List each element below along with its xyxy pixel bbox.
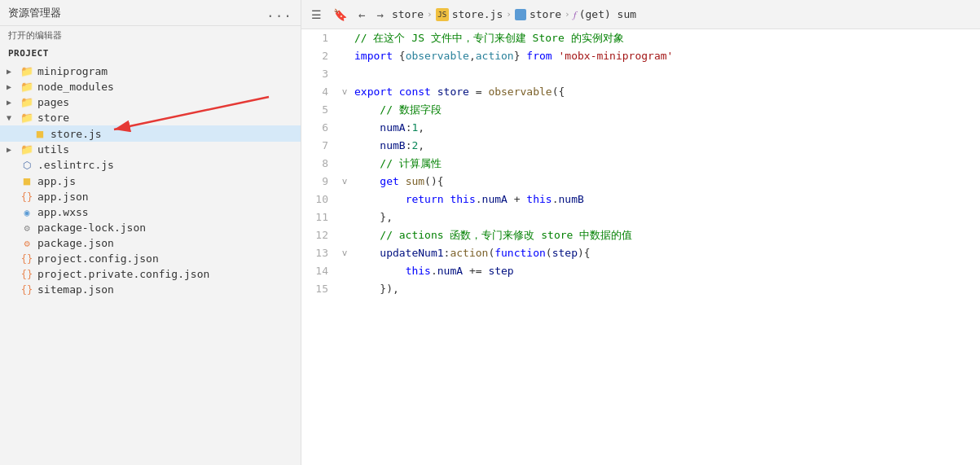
item-label: node_modules <box>34 81 114 93</box>
folder-icon: 📁 <box>20 112 34 124</box>
folder-icon: 📁 <box>20 96 34 108</box>
code-content-4[interactable]: export const store = observable({ <box>351 83 980 101</box>
code-line-14: 14 this.numA += step <box>301 262 980 280</box>
code-content-14[interactable]: this.numA += step <box>351 262 980 280</box>
sidebar-item-miniprogram[interactable]: ▶ 📁 miniprogram <box>0 64 301 79</box>
code-content-10[interactable]: return this.numA + this.numB <box>351 191 980 208</box>
sidebar-item-app-js[interactable]: ■ app.js <box>0 173 301 189</box>
sidebar-more-button[interactable]: ... <box>266 5 292 20</box>
arrow-icon: ▼ <box>7 113 20 122</box>
sidebar: 资源管理器 ... 打开的编辑器 PROJECT ▶ 📁 miniprogram… <box>0 0 301 465</box>
sidebar-item-store-js[interactable]: ■ store.js <box>0 125 301 142</box>
code-content-11[interactable]: }, <box>351 208 980 226</box>
code-content-13[interactable]: updateNum1:action(function(step){ <box>351 244 980 262</box>
sitemap-icon: {} <box>20 284 34 296</box>
item-label: sitemap.json <box>34 283 114 296</box>
line-num-9: 9 <box>301 173 338 191</box>
line-num-1: 1 <box>301 29 338 47</box>
item-label: store <box>34 112 69 124</box>
open-editors-section[interactable]: 打开的编辑器 <box>0 26 301 45</box>
code-content-6[interactable]: numA:1, <box>351 119 980 137</box>
arrow-icon: ▶ <box>7 67 20 76</box>
breadcrumb-js-icon: JS <box>436 8 449 21</box>
code-line-6: 6 numA:1, <box>301 119 980 137</box>
sidebar-item-eslintrc[interactable]: ⬡ .eslintrc.js <box>0 157 301 173</box>
open-editors-label: 打开的编辑器 <box>8 30 62 41</box>
sidebar-item-sitemap[interactable]: {} sitemap.json <box>0 282 301 297</box>
code-content-5[interactable]: // 数据字段 <box>351 101 980 119</box>
code-line-8: 8 // 计算属性 <box>301 155 980 173</box>
line-num-2: 2 <box>301 47 338 65</box>
fold-13[interactable]: v <box>338 244 351 262</box>
line-num-4: 4 <box>301 83 338 101</box>
arrow-icon: ▶ <box>7 82 20 91</box>
sidebar-title: 资源管理器 <box>8 6 61 20</box>
code-content-3[interactable] <box>351 65 980 83</box>
sidebar-item-node-modules[interactable]: ▶ 📁 node_modules <box>0 79 301 94</box>
line-num-12: 12 <box>301 226 338 244</box>
item-label: package-lock.json <box>34 222 146 234</box>
item-label: project.config.json <box>34 252 159 265</box>
code-content-8[interactable]: // 计算属性 <box>351 155 980 173</box>
breadcrumb: store › JS store.js › store › 𝑓 (get) su… <box>392 8 636 21</box>
json-icon: {} <box>20 191 34 203</box>
sidebar-item-app-wxss[interactable]: ◉ app.wxss <box>0 204 301 220</box>
code-content-9[interactable]: get sum(){ <box>351 173 980 191</box>
back-icon[interactable]: ← <box>355 7 368 23</box>
project-section[interactable]: PROJECT <box>0 45 301 62</box>
breadcrumb-sep-1: › <box>427 9 433 20</box>
breadcrumb-get-sum[interactable]: (get) sum <box>579 8 636 20</box>
eslint-icon: ⬡ <box>20 160 34 171</box>
item-label: pages <box>34 96 69 108</box>
folder-icon: 📁 <box>20 143 34 156</box>
breadcrumb-store-icon <box>515 9 526 20</box>
code-content-15[interactable]: }), <box>351 280 980 298</box>
sidebar-item-app-json[interactable]: {} app.json <box>0 189 301 204</box>
breadcrumb-sep-2: › <box>506 9 512 20</box>
breadcrumb-store-js[interactable]: store.js <box>452 8 503 20</box>
js-file-icon: ■ <box>33 127 47 140</box>
sidebar-item-store[interactable]: ▼ 📁 store <box>0 110 301 125</box>
code-line-5: 5 // 数据字段 <box>301 101 980 119</box>
code-line-9: 9 v get sum(){ <box>301 173 980 191</box>
breadcrumb-func-icon: 𝑓 <box>573 9 576 20</box>
code-line-11: 11 }, <box>301 208 980 226</box>
project-label: PROJECT <box>8 48 49 59</box>
pkg-icon: ⚙ <box>20 238 34 249</box>
fold-4[interactable]: v <box>338 83 351 101</box>
breadcrumb-store-folder[interactable]: store <box>392 8 424 20</box>
fold-9[interactable]: v <box>338 173 351 191</box>
proj-icon: {} <box>20 253 34 265</box>
code-line-12: 12 // actions 函数，专门来修改 store 中数据的值 <box>301 226 980 244</box>
code-line-3: 3 <box>301 65 980 83</box>
item-label: package.json <box>34 237 114 249</box>
breadcrumb-store[interactable]: store <box>530 8 561 20</box>
line-num-6: 6 <box>301 119 338 137</box>
code-editor[interactable]: 1 // 在这个 JS 文件中，专门来创建 Store 的实例对象 2 impo… <box>301 29 980 465</box>
code-line-1: 1 // 在这个 JS 文件中，专门来创建 Store 的实例对象 <box>301 29 980 47</box>
line-num-8: 8 <box>301 155 338 173</box>
bookmark-icon[interactable]: 🔖 <box>330 7 350 23</box>
hamburger-icon[interactable]: ☰ <box>308 7 325 23</box>
sidebar-item-pkg-lock[interactable]: ⚙ package-lock.json <box>0 220 301 235</box>
sidebar-item-proj-private[interactable]: {} project.private.config.json <box>0 266 301 282</box>
item-label: app.js <box>34 175 76 187</box>
code-content-12[interactable]: // actions 函数，专门来修改 store 中数据的值 <box>351 226 980 244</box>
item-label: project.private.config.json <box>34 268 209 280</box>
code-content-1[interactable]: // 在这个 JS 文件中，专门来创建 Store 的实例对象 <box>351 29 980 47</box>
sidebar-item-pkg-json[interactable]: ⚙ package.json <box>0 235 301 251</box>
line-num-14: 14 <box>301 262 338 280</box>
code-line-7: 7 numB:2, <box>301 137 980 155</box>
forward-icon[interactable]: → <box>373 7 386 23</box>
line-num-5: 5 <box>301 101 338 119</box>
sidebar-item-proj-config[interactable]: {} project.config.json <box>0 251 301 266</box>
sidebar-item-utils[interactable]: ▶ 📁 utils <box>0 142 301 157</box>
item-label: utils <box>34 143 69 156</box>
code-content-7[interactable]: numB:2, <box>351 137 980 155</box>
arrow-icon: ▶ <box>7 145 20 154</box>
sidebar-item-pages[interactable]: ▶ 📁 pages <box>0 94 301 110</box>
item-label: store.js <box>47 128 102 140</box>
line-num-11: 11 <box>301 208 338 226</box>
code-content-2[interactable]: import {observable,action} from 'mobx-mi… <box>351 47 980 65</box>
item-label: app.wxss <box>34 206 89 218</box>
